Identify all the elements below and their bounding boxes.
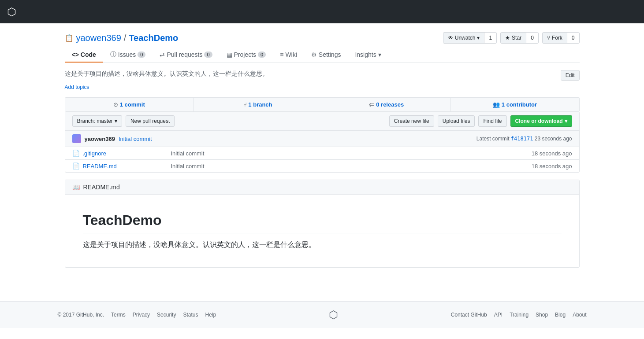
stats-bar: ⊙ 1 commit ⑂ 1 branch 🏷 0 releases 👥 1 c… bbox=[65, 97, 580, 111]
commit-time: 23 seconds ago bbox=[535, 136, 572, 142]
footer-link-privacy[interactable]: Privacy bbox=[133, 312, 150, 318]
branch-label: Branch: master bbox=[77, 118, 113, 124]
pr-badge: 0 bbox=[204, 52, 212, 58]
readme-description: 这是关于项目的描述，没啥具体意义。认识英文的人，这一栏是什么意思。 bbox=[83, 240, 562, 250]
contributors-icon: 👥 bbox=[493, 101, 500, 108]
clone-caret-icon: ▾ bbox=[565, 118, 567, 124]
fork-icon: ⑂ bbox=[547, 35, 550, 41]
readme-book-icon: 📖 bbox=[72, 184, 80, 191]
readme-title: TeachDemo bbox=[83, 212, 562, 233]
readme-header: 📖 README.md bbox=[65, 180, 579, 195]
avatar bbox=[72, 134, 81, 143]
repo-icon: 📋 bbox=[65, 34, 74, 42]
top-navigation: ⬡ bbox=[0, 0, 644, 23]
repo-username[interactable]: yaowen369 bbox=[76, 33, 121, 43]
pr-icon: ⇄ bbox=[160, 51, 165, 58]
footer-left: © 2017 GitHub, Inc. Terms Privacy Securi… bbox=[58, 312, 216, 318]
star-button[interactable]: ★ Star bbox=[501, 33, 526, 43]
releases-stat[interactable]: 🏷 0 releases bbox=[322, 98, 451, 111]
new-pull-request-button[interactable]: New pull request bbox=[126, 115, 175, 127]
repo-description: 这是关于项目的描述，没啥具体意义。认识英文的人，这一栏是什么意思。 Edit bbox=[65, 70, 580, 81]
footer-link-blog[interactable]: Blog bbox=[555, 312, 566, 318]
eye-icon: 👁 bbox=[448, 35, 453, 41]
file-browser: Branch: master ▾ New pull request Create… bbox=[65, 111, 580, 173]
tab-insights[interactable]: Insights ▾ bbox=[348, 48, 388, 63]
footer-link-api[interactable]: API bbox=[494, 312, 503, 318]
readme-section: 📖 README.md TeachDemo 这是关于项目的描述，没啥具体意义。认… bbox=[65, 180, 580, 268]
unwatch-count[interactable]: 1 bbox=[484, 33, 496, 43]
file-name-link[interactable]: .gitignore bbox=[83, 150, 171, 157]
file-time: 18 seconds ago bbox=[506, 163, 572, 170]
footer-link-about[interactable]: About bbox=[573, 312, 586, 318]
branches-stat[interactable]: ⑂ 1 branch bbox=[194, 98, 322, 111]
file-row: 📄 README.md Initial commit 18 seconds ag… bbox=[65, 160, 579, 172]
latest-commit-prefix: Latest commit bbox=[476, 136, 510, 142]
add-topics-link[interactable]: Add topics bbox=[65, 84, 580, 90]
clone-or-download-button[interactable]: Clone or download ▾ bbox=[510, 115, 572, 127]
footer-link-terms[interactable]: Terms bbox=[111, 312, 126, 318]
branch-selector-button[interactable]: Branch: master ▾ bbox=[72, 115, 122, 127]
unwatch-group: 👁 Unwatch ▾ 1 bbox=[443, 32, 497, 44]
find-file-button[interactable]: Find file bbox=[478, 115, 506, 127]
releases-icon: 🏷 bbox=[369, 101, 375, 108]
edit-description-button[interactable]: Edit bbox=[561, 70, 580, 81]
repo-reponame[interactable]: TeachDemo bbox=[129, 33, 178, 43]
projects-badge: 0 bbox=[258, 52, 266, 58]
contributors-stat[interactable]: 👥 1 contributor bbox=[451, 98, 579, 111]
releases-link[interactable]: 0 releases bbox=[376, 101, 404, 108]
star-count[interactable]: 0 bbox=[526, 33, 538, 43]
commit-hash-link[interactable]: f418171 bbox=[511, 136, 533, 142]
footer-link-help[interactable]: Help bbox=[205, 312, 216, 318]
fork-button[interactable]: ⑂ Fork bbox=[543, 33, 567, 43]
upload-files-button[interactable]: Upload files bbox=[438, 115, 475, 127]
repo-tabs: <> Code ⓘ Issues 0 ⇄ Pull requests 0 ▦ P… bbox=[65, 47, 580, 63]
file-commit-message: Initial commit bbox=[171, 150, 506, 157]
file-name-link[interactable]: README.md bbox=[83, 163, 171, 170]
footer-link-contact[interactable]: Contact GitHub bbox=[451, 312, 487, 318]
contributors-link[interactable]: 1 contributor bbox=[502, 101, 537, 108]
fork-count[interactable]: 0 bbox=[567, 33, 579, 43]
commit-message-link[interactable]: Initial commit bbox=[119, 136, 152, 142]
commits-icon: ⊙ bbox=[113, 101, 118, 108]
commits-link[interactable]: 1 commit bbox=[120, 101, 145, 108]
tab-issues[interactable]: ⓘ Issues 0 bbox=[103, 47, 153, 63]
file-icon: 📄 bbox=[72, 150, 79, 157]
star-label: Star bbox=[512, 35, 521, 41]
footer-link-security[interactable]: Security bbox=[157, 312, 176, 318]
readme-header-label: README.md bbox=[83, 184, 120, 191]
branches-icon: ⑂ bbox=[243, 101, 247, 108]
repo-title: 📋 yaowen369 / TeachDemo bbox=[65, 33, 179, 43]
branch-caret-icon: ▾ bbox=[115, 118, 117, 124]
star-group: ★ Star 0 bbox=[500, 32, 539, 44]
footer-inner: © 2017 GitHub, Inc. Terms Privacy Securi… bbox=[58, 309, 587, 321]
insights-caret-icon: ▾ bbox=[378, 51, 381, 58]
create-new-file-button[interactable]: Create new file bbox=[389, 115, 434, 127]
readme-body: TeachDemo 这是关于项目的描述，没啥具体意义。认识英文的人，这一栏是什么… bbox=[65, 195, 579, 267]
commit-author-link[interactable]: yaowen369 bbox=[85, 136, 115, 142]
code-icon: <> bbox=[72, 51, 79, 58]
footer-link-training[interactable]: Training bbox=[510, 312, 529, 318]
unwatch-button[interactable]: 👁 Unwatch ▾ bbox=[443, 33, 484, 43]
latest-commit-left: yaowen369 Initial commit bbox=[72, 134, 152, 143]
avatar-image bbox=[72, 134, 81, 143]
file-icon: 📄 bbox=[72, 162, 79, 170]
footer-link-status[interactable]: Status bbox=[183, 312, 198, 318]
github-logo-icon: ⬡ bbox=[7, 6, 16, 18]
latest-commit-right: Latest commit f418171 23 seconds ago bbox=[476, 136, 572, 142]
repo-actions: 👁 Unwatch ▾ 1 ★ Star 0 ⑂ Fork bbox=[443, 32, 580, 44]
unwatch-label: Unwatch bbox=[455, 35, 476, 41]
tab-pullrequests[interactable]: ⇄ Pull requests 0 bbox=[153, 48, 219, 63]
repo-description-text: 这是关于项目的描述，没啥具体意义。认识英文的人，这一栏是什么意思。 bbox=[65, 70, 268, 78]
footer-link-shop[interactable]: Shop bbox=[536, 312, 548, 318]
settings-icon: ⚙ bbox=[311, 51, 317, 58]
copyright: © 2017 GitHub, Inc. bbox=[58, 312, 104, 318]
caret-icon: ▾ bbox=[477, 35, 480, 41]
commits-stat[interactable]: ⊙ 1 commit bbox=[65, 98, 194, 111]
tab-code[interactable]: <> Code bbox=[65, 48, 103, 63]
tab-wiki[interactable]: ≡ Wiki bbox=[273, 48, 304, 63]
issues-icon: ⓘ bbox=[110, 51, 116, 59]
tab-settings[interactable]: ⚙ Settings bbox=[304, 48, 348, 63]
footer-right: Contact GitHub API Training Shop Blog Ab… bbox=[451, 312, 587, 318]
tab-projects[interactable]: ▦ Projects 0 bbox=[220, 48, 273, 63]
branches-link[interactable]: 1 branch bbox=[248, 101, 272, 108]
